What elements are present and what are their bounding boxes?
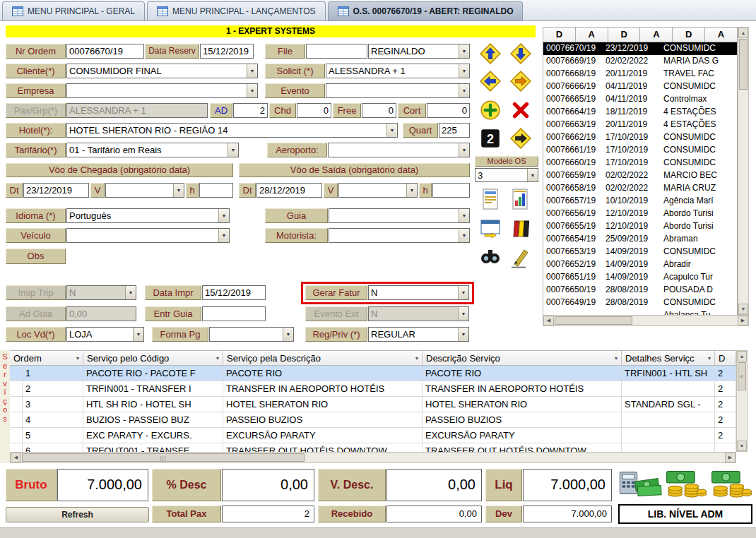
os-sort-asc-col0[interactable]: A (576, 28, 608, 42)
lib-nivel-adm-button[interactable]: LIB. NÍVEL ADM (618, 504, 752, 524)
os-sort-desc-col2[interactable]: D (673, 28, 705, 42)
scroll-right-button[interactable]: ▶ (738, 316, 748, 325)
file-input[interactable] (306, 44, 367, 59)
go-button[interactable] (507, 126, 535, 151)
books-button[interactable] (506, 214, 534, 242)
os-sort-desc-col0[interactable]: D (543, 28, 576, 42)
services-hscrollbar[interactable]: ◀ ||| ▶ (10, 452, 736, 463)
scroll-down-button[interactable]: ▼ (737, 441, 747, 451)
os-sort-asc-col2[interactable]: A (705, 28, 737, 42)
idioma-select[interactable]: Português ▼ (66, 208, 230, 223)
dt-saida-input[interactable]: 28/12/2019 (256, 183, 322, 198)
services-column-header[interactable]: Detalhes Serviçc▾ (622, 351, 715, 365)
os-list-row[interactable]: 00076650/1928/08/2019POUSADA D (543, 284, 737, 297)
services-column-header[interactable]: Serviço pelo Código▾ (83, 351, 223, 365)
scroll-thumb[interactable] (555, 316, 632, 325)
os-list-row[interactable]: 00076656/1912/10/2019Abordo Turisi (543, 208, 737, 220)
evento-select[interactable]: ▼ (326, 83, 470, 98)
os-sort-desc-col1[interactable]: D (608, 28, 641, 42)
abert-select[interactable]: REGINALDO ▼ (368, 44, 470, 59)
v-saida-select[interactable]: ▼ (338, 183, 418, 198)
tab-menu-principal-geral[interactable]: MENU PRINCIPAL - GERAL (2, 1, 145, 20)
delete-record-button[interactable] (507, 97, 535, 123)
nav-up-button[interactable] (476, 41, 504, 66)
hotel-select[interactable]: HOTEL SHERATON RIO - REGIÃO 14 ▼ (66, 123, 398, 138)
chd-input[interactable]: 0 (297, 103, 331, 118)
modelo-os-select[interactable]: 3 ▼ (475, 168, 538, 182)
scroll-thumb[interactable]: ≡ (738, 362, 746, 390)
services-column-header[interactable]: Serviço pela Descrição▾ (223, 351, 423, 365)
os-list-row[interactable]: 00076666/1904/11/2019CONSUMIDC (543, 80, 737, 93)
service-row[interactable]: 1PACOTE RIO - PACOTE FPACOTE RIOPACOTE R… (10, 366, 736, 381)
veiculo-select[interactable]: ▼ (66, 228, 230, 243)
forma-pg-select[interactable]: ▼ (209, 327, 294, 342)
entr-guia-input[interactable] (202, 306, 266, 321)
os-list-row[interactable]: 00076652/1914/09/2019Abradir (543, 258, 737, 271)
edit-button[interactable] (506, 243, 534, 271)
payment-hand-button[interactable] (618, 467, 662, 498)
scroll-up-button[interactable]: ▲ (737, 351, 747, 361)
window-button[interactable] (476, 214, 504, 242)
cort-input[interactable]: 0 (427, 103, 470, 118)
service-row[interactable]: 4BUZIOS - PASSEIO BUZPASSEIO BUZIOSPASSE… (10, 412, 736, 428)
services-column-header[interactable]: Descrição Serviço▾ (423, 351, 622, 365)
tab-menu-principal-lancamentos[interactable]: MENU PRINCIPAL - LANÇAMENTOS (147, 1, 325, 20)
os-list-row[interactable]: 00076657/1910/10/2019Agência Marí (543, 195, 737, 208)
os-list-hscrollbar[interactable]: ◀ ▶ (543, 315, 749, 326)
ad-label[interactable]: AD (210, 103, 232, 118)
os-list-row[interactable]: 00076665/1904/11/2019Controlmax (543, 93, 737, 106)
quart-input[interactable]: 225 (439, 123, 470, 138)
service-row[interactable]: 6TRFOUT001 - TRANSFETRANSFER OUT HOTÉIS … (10, 443, 736, 452)
payment-money-button-1[interactable] (663, 467, 707, 498)
empresa-select[interactable]: ▼ (66, 83, 258, 98)
os-list-row[interactable]: 00076663/1920/11/20194 ESTAÇÕES (543, 119, 737, 131)
payment-money-button-2[interactable] (709, 467, 752, 498)
os-list-row[interactable]: 00076655/1912/10/2019Abordo Turisi (543, 220, 737, 233)
reg-priv-select[interactable]: REGULAR ▼ (368, 327, 469, 342)
services-column-header[interactable]: Ordem▾ (10, 351, 83, 365)
os-sort-asc-col1[interactable]: A (640, 28, 673, 42)
report-button[interactable] (476, 185, 504, 213)
scroll-left-button[interactable]: ◀ (543, 316, 554, 325)
os-list-vscrollbar[interactable]: ▲ ▼ (738, 27, 749, 315)
scroll-down-button[interactable]: ▼ (738, 304, 748, 314)
os-list-row[interactable]: 00076654/1925/09/2019Abraman (543, 233, 737, 246)
v-chegada-select[interactable]: ▼ (105, 183, 184, 198)
os-list-row[interactable]: 00076651/1914/09/2019Acapulco Tur (543, 271, 737, 284)
free-input[interactable]: 0 (362, 103, 396, 118)
add-record-button[interactable] (476, 97, 504, 123)
motorista-select[interactable]: ▼ (329, 228, 470, 243)
services-vscrollbar[interactable]: ▲ ≡ ▼ (736, 350, 748, 452)
scroll-up-button[interactable]: ▲ (738, 28, 748, 38)
solicit-select[interactable]: ALESSANDRA + 1 ▼ (326, 64, 470, 78)
gerar-fatur-select[interactable]: N ▼ (368, 285, 469, 300)
os-list-row[interactable]: Abalanca Tu (543, 309, 737, 315)
nav-right-button[interactable] (507, 68, 535, 94)
scroll-right-button[interactable]: ▶ (725, 453, 736, 462)
cliente-select[interactable]: CONSUMIDOR FINAL ▼ (66, 64, 258, 78)
os-list-row[interactable]: 00076668/1920/11/2019TRAVEL FAC (543, 68, 737, 80)
dt-chegada-input[interactable]: 23/12/2019 (23, 183, 89, 198)
guia-select[interactable]: ▼ (329, 208, 470, 223)
service-row[interactable]: 5EXC PARATY - EXCURS.EXCURSÃO PARATYEXCU… (10, 428, 736, 443)
h-chegada-input[interactable] (199, 183, 233, 198)
data-reserv-input[interactable]: 15/12/2019 (200, 44, 254, 59)
service-row[interactable]: 3HTL SH RIO - HOTEL SHHOTEL SHERATON RIO… (10, 397, 736, 412)
loc-vd-select[interactable]: LOJA ▼ (66, 327, 144, 342)
os-list-row[interactable]: 00076664/1918/11/20194 ESTAÇÕES (543, 106, 737, 119)
modelo-2-button[interactable]: 2 (476, 126, 504, 151)
ad-input[interactable]: 2 (233, 103, 268, 118)
scroll-thumb[interactable] (739, 39, 748, 90)
refresh-button[interactable]: Refresh (6, 507, 149, 522)
os-list-row[interactable]: 00076649/1928/08/2019CONSUMIDC (543, 297, 737, 309)
nr-ordem-input[interactable]: 00076670/19 (66, 44, 144, 59)
tarifario-select[interactable]: 01 - Tarifário em Reais ▼ (66, 143, 239, 157)
search-button[interactable] (476, 243, 504, 271)
nav-left-button[interactable] (476, 68, 504, 94)
os-list-row[interactable]: 00076670/1923/12/2019CONSUMIDC (543, 42, 737, 55)
services-column-header[interactable]: D (715, 351, 736, 365)
h-saida-input[interactable] (432, 183, 470, 198)
os-list-row[interactable]: 00076661/1917/10/2019CONSUMIDC (543, 144, 737, 157)
chart-report-button[interactable] (506, 185, 534, 213)
service-row[interactable]: 2TRFIN001 - TRANSFER ITRANSFER IN AEROPO… (10, 381, 736, 397)
